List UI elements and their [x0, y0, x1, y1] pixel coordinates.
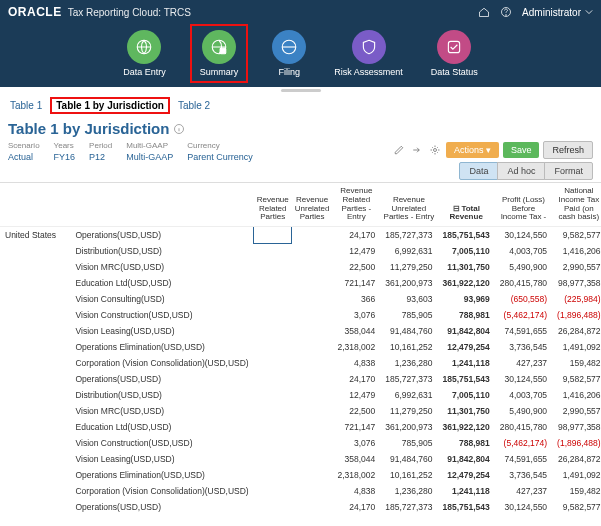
data-cell[interactable]: 4,838: [332, 355, 380, 371]
info-icon[interactable]: [173, 123, 185, 135]
data-cell[interactable]: 7,005,110: [438, 387, 495, 403]
data-cell[interactable]: [292, 387, 333, 403]
data-cell[interactable]: 1,491,092: [552, 467, 601, 483]
data-cell[interactable]: 2,318,002: [332, 339, 380, 355]
data-cell[interactable]: (1,896,488): [552, 435, 601, 451]
data-cell[interactable]: 11,279,250: [380, 259, 437, 275]
data-cell[interactable]: 361,200,973: [380, 419, 437, 435]
data-cell[interactable]: 91,484,760: [380, 323, 437, 339]
data-cell[interactable]: 26,284,872: [552, 451, 601, 467]
data-cell[interactable]: [292, 275, 333, 291]
grid-scroll[interactable]: Revenue Related PartiesRevenue Unrelated…: [0, 183, 601, 516]
data-cell[interactable]: [254, 339, 292, 355]
data-cell[interactable]: 358,044: [332, 451, 380, 467]
data-cell[interactable]: [292, 499, 333, 515]
data-cell[interactable]: [254, 515, 292, 516]
data-cell[interactable]: [254, 419, 292, 435]
country-cell[interactable]: [0, 259, 70, 275]
data-cell[interactable]: 3,076: [332, 307, 380, 323]
data-cell[interactable]: 9,582,577: [552, 371, 601, 387]
data-cell[interactable]: [292, 371, 333, 387]
data-cell[interactable]: 6,992,631: [380, 515, 437, 516]
data-cell[interactable]: 3,076: [332, 435, 380, 451]
data-cell[interactable]: 185,751,543: [438, 371, 495, 387]
data-cell[interactable]: 5,490,900: [495, 259, 552, 275]
data-cell[interactable]: 785,905: [380, 307, 437, 323]
data-cell[interactable]: 30,124,550: [495, 227, 552, 244]
country-cell[interactable]: United States: [0, 227, 70, 244]
data-cell[interactable]: (225,984): [552, 291, 601, 307]
data-cell[interactable]: [292, 419, 333, 435]
data-cell[interactable]: 2,318,002: [332, 467, 380, 483]
data-cell[interactable]: 361,200,973: [380, 275, 437, 291]
data-cell[interactable]: 2,990,557: [552, 259, 601, 275]
entity-cell[interactable]: Vision MRC(USD,USD): [70, 403, 253, 419]
data-cell[interactable]: [254, 307, 292, 323]
data-cell[interactable]: 1,416,206: [552, 515, 601, 516]
data-cell[interactable]: [254, 387, 292, 403]
entity-cell[interactable]: Vision Construction(USD,USD): [70, 435, 253, 451]
data-cell[interactable]: 30,124,550: [495, 371, 552, 387]
save-button[interactable]: Save: [503, 142, 540, 158]
data-cell[interactable]: 721,147: [332, 419, 380, 435]
col-header[interactable]: ⊟Total Revenue: [438, 183, 495, 227]
data-cell[interactable]: [292, 515, 333, 516]
data-cell[interactable]: 4,003,705: [495, 243, 552, 259]
country-cell[interactable]: [0, 275, 70, 291]
data-cell[interactable]: 785,905: [380, 435, 437, 451]
dim-currency[interactable]: CurrencyParent Currency: [187, 141, 253, 162]
data-cell[interactable]: [254, 259, 292, 275]
country-cell[interactable]: [0, 403, 70, 419]
nav-risk-assessment[interactable]: Risk Assessment: [334, 30, 403, 79]
entity-cell[interactable]: Operations(USD,USD): [70, 371, 253, 387]
data-cell[interactable]: 427,237: [495, 483, 552, 499]
data-cell[interactable]: 788,981: [438, 435, 495, 451]
entity-cell[interactable]: Operations(USD,USD): [70, 227, 253, 244]
data-cell[interactable]: 4,003,705: [495, 387, 552, 403]
data-cell[interactable]: 788,981: [438, 307, 495, 323]
data-cell[interactable]: 93,603: [380, 291, 437, 307]
entity-cell[interactable]: Distribution(USD,USD): [70, 387, 253, 403]
data-cell[interactable]: [254, 323, 292, 339]
data-cell[interactable]: [292, 451, 333, 467]
user-menu[interactable]: Administrator: [522, 7, 593, 18]
data-cell[interactable]: 91,484,760: [380, 451, 437, 467]
data-cell[interactable]: 1,416,206: [552, 243, 601, 259]
nav-data-status[interactable]: Data Status: [431, 30, 478, 79]
data-cell[interactable]: [292, 483, 333, 499]
data-cell[interactable]: 4,003,705: [495, 515, 552, 516]
data-cell[interactable]: 1,236,280: [380, 355, 437, 371]
data-cell[interactable]: 5,490,900: [495, 403, 552, 419]
data-cell[interactable]: [292, 403, 333, 419]
pill-adhoc[interactable]: Ad hoc: [497, 162, 545, 180]
col-header[interactable]: Revenue Related Parties: [254, 183, 292, 227]
data-cell[interactable]: 98,977,358: [552, 275, 601, 291]
data-cell[interactable]: 185,727,373: [380, 371, 437, 387]
data-cell[interactable]: [292, 339, 333, 355]
data-cell[interactable]: 12,479: [332, 243, 380, 259]
data-cell[interactable]: 159,482: [552, 355, 601, 371]
country-cell[interactable]: [0, 515, 70, 516]
data-cell[interactable]: 3,736,545: [495, 339, 552, 355]
country-cell[interactable]: [0, 323, 70, 339]
entity-cell[interactable]: Vision Leasing(USD,USD): [70, 323, 253, 339]
data-cell[interactable]: 12,479: [332, 515, 380, 516]
tab-table1[interactable]: Table 1: [6, 98, 46, 113]
data-cell[interactable]: 24,170: [332, 371, 380, 387]
country-cell[interactable]: [0, 387, 70, 403]
data-cell[interactable]: 12,479,254: [438, 339, 495, 355]
data-cell[interactable]: [292, 435, 333, 451]
data-cell[interactable]: 185,727,373: [380, 227, 437, 244]
data-cell[interactable]: [292, 259, 333, 275]
entity-cell[interactable]: Education Ltd(USD,USD): [70, 275, 253, 291]
data-cell[interactable]: 30,124,550: [495, 499, 552, 515]
data-cell[interactable]: 1,416,206: [552, 387, 601, 403]
help-icon[interactable]: [500, 6, 512, 18]
data-cell[interactable]: 366: [332, 291, 380, 307]
data-cell[interactable]: 6,992,631: [380, 387, 437, 403]
data-cell[interactable]: [292, 227, 333, 244]
data-cell[interactable]: 361,922,120: [438, 275, 495, 291]
data-cell[interactable]: [254, 275, 292, 291]
data-cell[interactable]: [254, 467, 292, 483]
dim-multigaap[interactable]: Multi-GAAPMulti-GAAP: [126, 141, 173, 162]
